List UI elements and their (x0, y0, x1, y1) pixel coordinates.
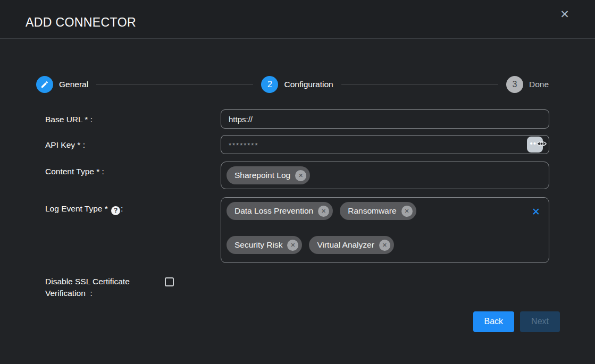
ssl-verification-row: Disable SSL Certificate Verification : (45, 276, 549, 300)
chip-remove-icon[interactable]: ✕ (401, 206, 413, 217)
api-key-row: API Key * : ••• (45, 135, 549, 154)
help-icon[interactable]: ? (111, 206, 120, 215)
log-event-type-row: Log Event Type * ?: Data Loss Prevention… (45, 197, 549, 263)
base-url-label: Base URL * : (45, 109, 221, 125)
clear-all-icon[interactable]: ✕ (532, 206, 540, 218)
content-type-label: Content Type * : (45, 162, 221, 177)
wizard-stepper: General 2 Configuration 3 Done (36, 75, 549, 94)
step-done: 3 Done (506, 76, 549, 93)
chip-remove-icon[interactable]: ✕ (379, 240, 390, 251)
ssl-verification-label: Disable SSL Certificate Verification : (45, 276, 165, 300)
step-configuration[interactable]: 2 Configuration (261, 76, 333, 93)
content-type-select[interactable]: Sharepoint Log ✕ (221, 162, 549, 189)
chip-data-loss-prevention: Data Loss Prevention ✕ (227, 202, 333, 220)
chip-sharepoint-log: Sharepoint Log ✕ (227, 166, 310, 184)
step-general-label: General (59, 80, 88, 89)
stepper-connector-line (341, 84, 498, 85)
step-2-badge: 2 (261, 76, 278, 93)
step-configuration-label: Configuration (284, 80, 333, 89)
configuration-form: Base URL * : API Key * : ••• (45, 109, 549, 300)
dialog-title: ADD CONNECTOR (26, 15, 136, 30)
log-event-type-select[interactable]: Data Loss Prevention ✕ Ransomware ✕ Secu… (221, 197, 549, 263)
chip-remove-icon[interactable]: ✕ (318, 206, 329, 217)
step-3-badge: 3 (506, 76, 523, 93)
log-event-type-label: Log Event Type * ?: (45, 197, 221, 215)
chip-remove-icon[interactable]: ✕ (295, 170, 306, 181)
chip-virtual-analyzer: Virtual Analyzer ✕ (309, 236, 393, 254)
next-button[interactable]: Next (520, 311, 560, 332)
stepper-connector-line (96, 84, 253, 85)
eye-icon (536, 139, 547, 150)
chip-ransomware: Ransomware ✕ (340, 202, 416, 220)
step-done-label: Done (529, 80, 549, 89)
chip-remove-icon[interactable]: ✕ (287, 240, 298, 251)
password-reveal-icon[interactable]: ••• (527, 137, 547, 153)
pencil-icon (36, 76, 53, 93)
ssl-verification-checkbox[interactable] (165, 277, 174, 286)
api-key-input[interactable] (221, 135, 549, 154)
api-key-label: API Key * : (45, 135, 221, 151)
close-icon[interactable]: ✕ (557, 6, 573, 22)
dialog-header: ADD CONNECTOR ✕ (0, 0, 595, 39)
content-type-row: Content Type * : Sharepoint Log ✕ (45, 162, 549, 189)
base-url-row: Base URL * : (45, 109, 549, 129)
step-general[interactable]: General (36, 76, 88, 93)
chip-security-risk: Security Risk ✕ (227, 236, 302, 254)
add-connector-dialog: ADD CONNECTOR ✕ General 2 Configuration … (0, 0, 595, 364)
base-url-input[interactable] (221, 109, 549, 129)
back-button[interactable]: Back (473, 311, 515, 332)
dialog-footer: Back Next (0, 311, 560, 332)
